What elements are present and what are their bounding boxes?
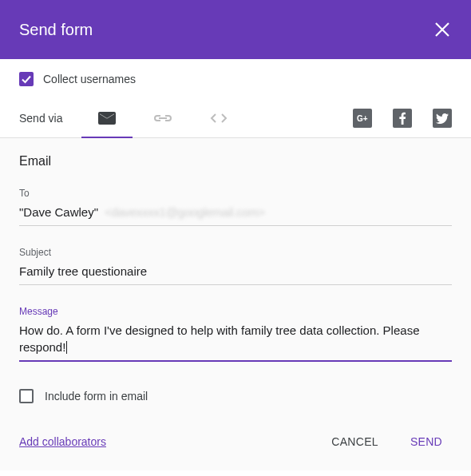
tab-link[interactable]: [137, 99, 188, 137]
dialog-footer: Add collaborators Cancel Send: [19, 429, 452, 470]
svg-text:G+: G+: [357, 114, 368, 123]
include-form-checkbox[interactable]: [19, 389, 34, 403]
dialog-header: Send form: [0, 0, 471, 59]
send-via-row: Send via G+: [19, 99, 452, 137]
message-input[interactable]: How do. A form I've designed to help wit…: [19, 322, 452, 362]
collect-usernames-label: Collect usernames: [43, 73, 136, 85]
include-form-label: Include form in email: [45, 390, 148, 403]
add-collaborators-link[interactable]: Add collaborators: [19, 435, 106, 448]
to-recipient-name: "Dave Cawley": [19, 204, 98, 220]
facebook-icon: [398, 112, 406, 125]
share-twitter[interactable]: [433, 109, 452, 128]
to-input[interactable]: "Dave Cawley" <davexxxx1@googlemail.com>: [19, 204, 452, 226]
check-icon: [21, 73, 32, 85]
dialog-title: Send form: [19, 21, 93, 39]
subject-label: Subject: [19, 247, 452, 258]
twitter-icon: [436, 113, 449, 124]
top-controls: Collect usernames Send via G+: [0, 59, 471, 138]
email-icon: [98, 112, 116, 125]
send-via-label: Send via: [19, 112, 62, 125]
subject-input[interactable]: Family tree questionaire: [19, 263, 452, 285]
text-cursor: [66, 341, 67, 354]
tab-email[interactable]: [81, 99, 133, 137]
message-field: Message How do. A form I've designed to …: [19, 306, 452, 362]
subject-field: Subject Family tree questionaire: [19, 247, 452, 285]
email-panel: Email To "Dave Cawley" <davexxxx1@google…: [0, 138, 471, 470]
to-label: To: [19, 188, 452, 199]
include-form-row: Include form in email: [19, 383, 452, 429]
share-google-plus[interactable]: G+: [353, 109, 372, 128]
send-button[interactable]: Send: [401, 429, 452, 454]
to-field: To "Dave Cawley" <davexxxx1@googlemail.c…: [19, 188, 452, 226]
tab-embed[interactable]: [193, 99, 244, 137]
collect-usernames-row: Collect usernames: [19, 69, 452, 99]
google-plus-icon: G+: [356, 113, 369, 123]
message-label: Message: [19, 306, 452, 317]
collect-usernames-checkbox[interactable]: [19, 72, 34, 86]
cancel-button[interactable]: Cancel: [322, 429, 388, 454]
message-text: How do. A form I've designed to help wit…: [19, 323, 419, 354]
share-facebook[interactable]: [393, 109, 412, 128]
close-button[interactable]: [433, 20, 452, 39]
close-icon: [435, 22, 449, 37]
embed-icon: [210, 113, 228, 124]
email-section-title: Email: [19, 154, 452, 169]
link-icon: [154, 113, 172, 123]
to-recipient-email: <davexxxx1@googlemail.com>: [105, 204, 265, 220]
